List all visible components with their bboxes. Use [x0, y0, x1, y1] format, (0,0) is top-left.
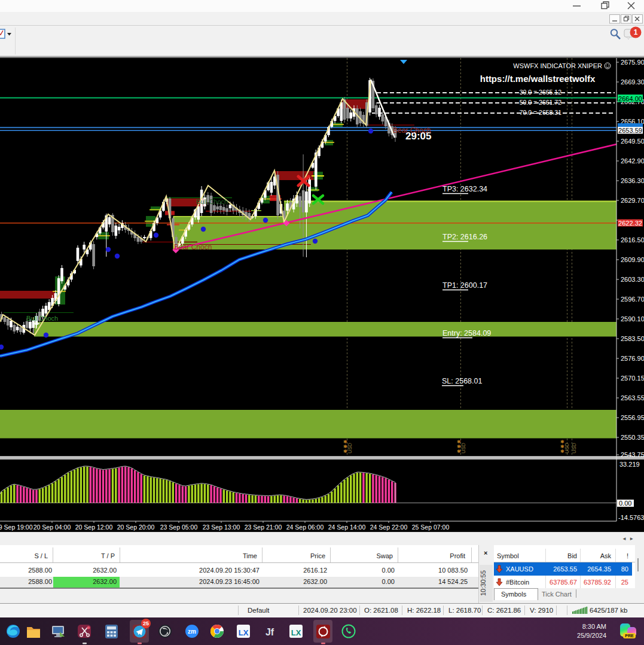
svg-text:2642.90: 2642.90	[621, 157, 644, 165]
svg-text:Jf: Jf	[265, 627, 274, 637]
svg-text:Bull Choch: Bull Choch	[26, 315, 58, 322]
svg-text:2583.50: 2583.50	[621, 335, 644, 342]
svg-text:https://t.me/wallstreetwolfx: https://t.me/wallstreetwolfx	[480, 74, 596, 84]
svg-text:2570.15: 2570.15	[621, 375, 644, 382]
svg-text:24 Sep 06:00: 24 Sep 06:00	[286, 524, 324, 531]
svg-text:8:30 AM: 8:30 AM	[582, 623, 606, 630]
svg-text:2563.55: 2563.55	[621, 394, 644, 401]
svg-text:20 Sep 20:00: 20 Sep 20:00	[117, 524, 155, 531]
svg-text:0.00: 0.00	[619, 500, 631, 507]
svg-text:2616.50: 2616.50	[621, 236, 644, 244]
svg-text:2603.30: 2603.30	[621, 276, 644, 283]
svg-text:2629.70: 2629.70	[621, 197, 644, 204]
svg-text:2622.32: 2622.32	[618, 220, 642, 227]
svg-text:20 Sep 12:00: 20 Sep 12:00	[75, 524, 113, 531]
svg-text:33.219: 33.219	[619, 461, 640, 468]
svg-text:LX: LX	[239, 628, 249, 637]
svg-text:25/9/2024: 25/9/2024	[577, 632, 606, 639]
svg-text:20 Sep 04:00: 20 Sep 04:00	[33, 524, 71, 531]
svg-text:23 Sep 21:00: 23 Sep 21:00	[245, 524, 282, 531]
svg-text:2675.90: 2675.90	[621, 59, 644, 66]
svg-text:2556.95: 2556.95	[621, 414, 644, 421]
svg-text:2649.50: 2649.50	[621, 138, 644, 145]
svg-text:TP3: 2632.34: TP3: 2632.34	[442, 185, 487, 193]
svg-text:30.0 = 2665.12: 30.0 = 2665.12	[520, 89, 562, 96]
svg-text:2590.10: 2590.10	[621, 315, 644, 322]
svg-text:WSWFX INDICATOR XNIPER: WSWFX INDICATOR XNIPER	[513, 62, 602, 69]
svg-text:2653.59: 2653.59	[618, 127, 642, 134]
svg-text:Bull Choch: Bull Choch	[196, 198, 228, 205]
svg-text:25: 25	[143, 620, 149, 626]
svg-text:-14.5763: -14.5763	[618, 514, 644, 521]
svg-text:2669.30: 2669.30	[621, 78, 644, 86]
svg-text:Entry: 2584.09: Entry: 2584.09	[442, 329, 491, 337]
svg-text:50.0 = 2661.72: 50.0 = 2661.72	[520, 99, 562, 106]
svg-text:Bear Choch: Bear Choch	[174, 243, 212, 251]
svg-text:TP2: 2616.26: TP2: 2616.26	[442, 233, 487, 241]
svg-text:SL: 2568.01: SL: 2568.01	[442, 377, 482, 385]
svg-text:24 Sep 14:00: 24 Sep 14:00	[328, 524, 366, 531]
svg-text:23 Sep 13:00: 23 Sep 13:00	[203, 524, 240, 531]
svg-text:70.0 = 2658.31: 70.0 = 2658.31	[520, 109, 562, 116]
svg-text:USD: USD	[460, 443, 466, 454]
svg-text:TP1: 2600.17: TP1: 2600.17	[442, 281, 487, 290]
svg-text:USD: USD	[347, 443, 353, 454]
svg-text:2550.35: 2550.35	[621, 434, 644, 441]
svg-text:2636.30: 2636.30	[621, 177, 644, 184]
svg-text:23 Sep 05:00: 23 Sep 05:00	[160, 524, 198, 531]
svg-text:24 Sep 22:00: 24 Sep 22:00	[370, 524, 408, 531]
svg-text:2664.00: 2664.00	[618, 95, 642, 102]
svg-text:USD: USD	[571, 443, 577, 454]
svg-text:2543.75: 2543.75	[621, 451, 644, 458]
svg-text:USD: USD	[564, 443, 570, 454]
svg-text:2576.90: 2576.90	[621, 355, 644, 362]
svg-text:25 Sep 07:00: 25 Sep 07:00	[412, 524, 450, 531]
svg-text:19 Sep 19:00: 19 Sep 19:00	[0, 524, 33, 531]
svg-text:LX: LX	[291, 628, 301, 637]
svg-text:2609.90: 2609.90	[621, 256, 644, 263]
svg-text:PRE: PRE	[625, 634, 634, 638]
svg-text:2596.70: 2596.70	[621, 296, 644, 303]
svg-text:Bear Choch: Bear Choch	[393, 126, 431, 135]
svg-text:zm: zm	[188, 628, 196, 635]
